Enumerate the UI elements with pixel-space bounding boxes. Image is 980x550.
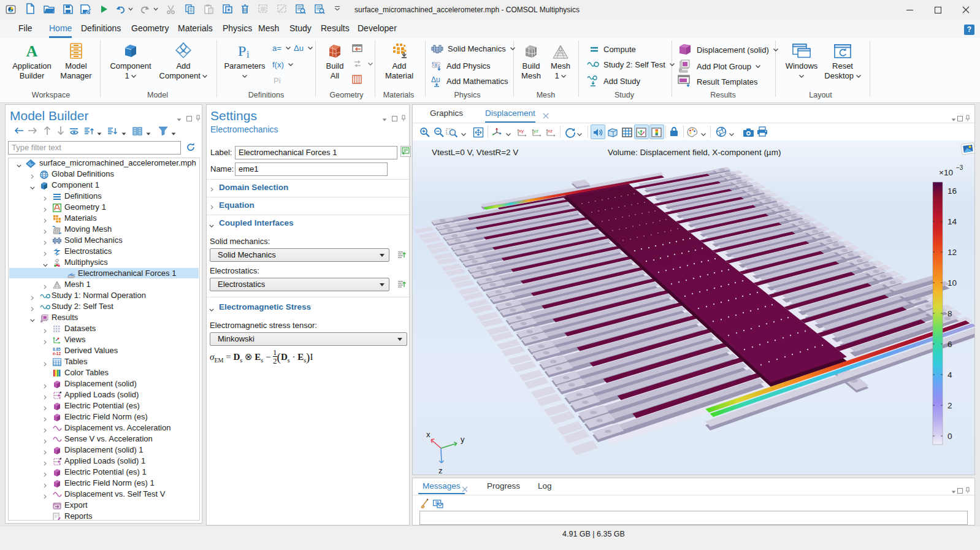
svg-text:2: 2 [947,401,952,410]
svg-text:i: i [247,49,250,59]
svg-text:8: 8 [947,309,952,318]
svg-text:Δu: Δu [431,75,440,84]
svg-text:P: P [238,43,246,59]
svg-text:10: 10 [947,278,957,288]
svg-text:e-12: e-12 [53,351,61,356]
svg-text:VtestL=0 V, VtestR=2 V: VtestL=0 V, VtestR=2 V [432,148,518,157]
svg-text:6: 6 [947,340,952,349]
svg-text:z: z [438,466,443,475]
svg-text:Volume: Displacement field, X-: Volume: Displacement field, X-component … [608,148,781,157]
svg-text:−3: −3 [956,164,963,171]
svg-text:14: 14 [947,217,957,226]
svg-text:4: 4 [947,370,952,380]
svg-text:12: 12 [947,248,957,257]
svg-text:x: x [426,430,431,439]
svg-text:yz: yz [534,128,538,134]
svg-text:0: 0 [947,432,952,441]
svg-text:xz: xz [548,128,553,134]
svg-text:y: y [461,435,465,444]
svg-text:xy: xy [519,128,524,134]
svg-text:16: 16 [947,186,957,196]
svg-text:A: A [26,43,38,59]
svg-text:×10: ×10 [939,168,953,177]
